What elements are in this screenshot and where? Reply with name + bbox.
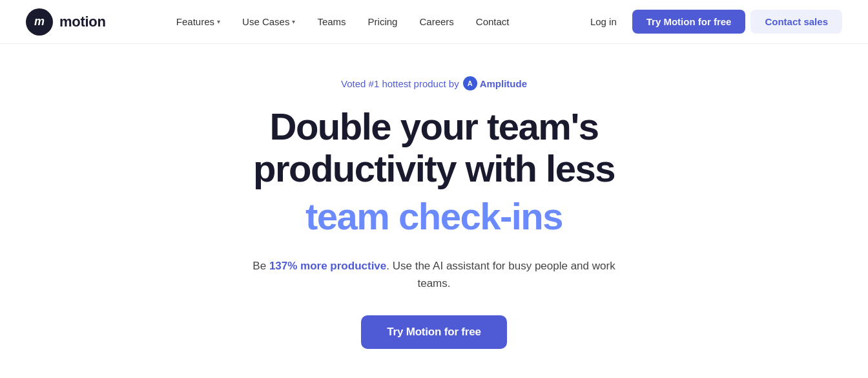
chevron-down-icon: ▾ [292, 18, 295, 25]
hero-headline-highlight: team check-ins [305, 194, 563, 239]
amplitude-name: Amplitude [480, 78, 527, 89]
amplitude-logo: A Amplitude [463, 76, 527, 90]
hero-subtext: Be 137% more productive. Use the AI assi… [240, 257, 628, 292]
voted-badge: Voted #1 hottest product by A Amplitude [341, 76, 527, 90]
nav-right: Log in Try Motion for free Contact sales [580, 10, 842, 34]
nav-features[interactable]: Features ▾ [167, 11, 229, 32]
chevron-down-icon: ▾ [217, 18, 220, 25]
hero-try-button[interactable]: Try Motion for free [361, 315, 506, 349]
logo-link[interactable]: m motion [26, 8, 106, 36]
navbar: m motion Features ▾ Use Cases ▾ Teams Pr… [0, 0, 868, 44]
nav-teams[interactable]: Teams [308, 11, 355, 32]
nav-links: Features ▾ Use Cases ▾ Teams Pricing Car… [167, 11, 519, 32]
hero-section: Voted #1 hottest product by A Amplitude … [0, 44, 868, 368]
contact-sales-button[interactable]: Contact sales [750, 10, 842, 34]
logo-text: motion [59, 14, 106, 30]
try-motion-button[interactable]: Try Motion for free [632, 10, 746, 34]
hero-headline-line1: Double your team's productivity with les… [253, 106, 615, 190]
nav-use-cases[interactable]: Use Cases ▾ [233, 11, 304, 32]
logo-icon-letter: m [34, 15, 45, 28]
hero-subtext-highlight: 137% more productive [269, 260, 386, 272]
badge-text: Voted #1 hottest product by [341, 78, 459, 89]
logo-icon: m [26, 8, 53, 36]
nav-contact[interactable]: Contact [467, 11, 519, 32]
nav-pricing[interactable]: Pricing [359, 11, 407, 32]
login-link[interactable]: Log in [580, 11, 627, 32]
nav-careers[interactable]: Careers [410, 11, 462, 32]
amplitude-icon: A [463, 76, 477, 90]
